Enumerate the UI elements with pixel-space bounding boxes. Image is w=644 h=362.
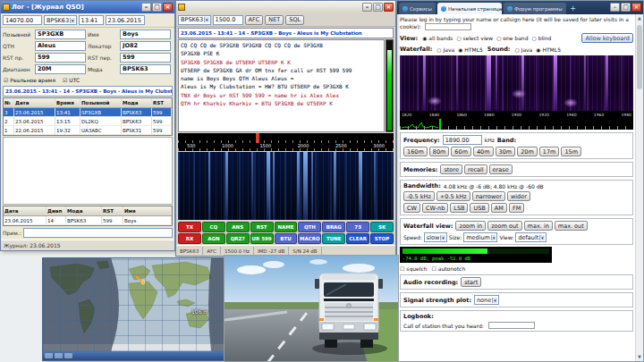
tab-home[interactable]: Начальная страница [437, 3, 502, 14]
afc-toggle[interactable]: AFC [245, 15, 264, 25]
minimize-button[interactable]: – [610, 3, 620, 12]
logger-titlebar[interactable]: Лог - [Журнал QSO] – □ × [1, 1, 174, 13]
band-button[interactable]: 15m [561, 147, 581, 156]
maximize-button[interactable]: □ [373, 3, 383, 12]
page-scrollbar[interactable]: ▲ ▼ [635, 14, 643, 361]
rx-text-area[interactable]: CQ CQ CQ de SP3GXB SP3GXB CQ CQ CQ de SP… [178, 39, 385, 132]
field-input[interactable]: Aleus [35, 41, 86, 51]
macro-button[interactable]: AGN [202, 233, 225, 244]
scroll-down-icon[interactable]: ▼ [636, 353, 643, 361]
table-row[interactable]: 23.06.201514BPSK63599Boys [4, 216, 172, 225]
frequency-input[interactable]: 1890.00 [443, 135, 482, 145]
column-header[interactable]: Время [55, 98, 80, 107]
column-header[interactable]: RST [152, 98, 172, 107]
waterfall-display[interactable] [178, 152, 394, 220]
logbook-call-input[interactable] [488, 322, 535, 329]
column-header[interactable]: Позывной [80, 98, 122, 107]
bandwidth-button[interactable]: +0.5 kHz [436, 191, 470, 201]
macro-button[interactable]: RST [250, 222, 274, 232]
zoom-button[interactable]: zoom out [487, 221, 521, 231]
digimode-mode-select[interactable]: BPSK63 [178, 15, 211, 25]
macro-button[interactable]: STOP [370, 233, 394, 244]
mode-button[interactable]: USB [470, 203, 488, 213]
zoom-button[interactable]: max. in [524, 221, 553, 231]
signal-plot-select[interactable]: none [474, 295, 499, 305]
band-button[interactable]: 20m [517, 147, 538, 156]
column-header[interactable]: № [4, 98, 14, 107]
option-checkbox[interactable]: ☑ Реальное время [4, 77, 55, 83]
map-tool-button[interactable] [64, 353, 72, 358]
zoom-button[interactable]: max. out [555, 221, 588, 231]
new-tab-button[interactable] [568, 4, 579, 14]
macro-button[interactable]: NAME [275, 222, 298, 232]
mode-select[interactable]: BPSK63 [44, 15, 77, 25]
tab-services[interactable]: Сервисы [399, 3, 436, 14]
macro-button[interactable]: QRZ? [226, 233, 250, 244]
field-input[interactable]: JO82 [120, 41, 171, 51]
record-start-button[interactable]: start [461, 277, 481, 287]
table-row[interactable]: 223.06.201513:15DL2KQBPSK63599 [4, 117, 172, 126]
band-button[interactable]: 160m [403, 147, 428, 156]
tuning-marker[interactable] [256, 133, 259, 143]
waterfall-radio[interactable]: ◉ HTML5 [458, 46, 483, 53]
select[interactable]: default [515, 232, 546, 242]
date-field[interactable]: 23.06.2015 [106, 15, 145, 25]
band-button[interactable]: 80m [429, 147, 450, 156]
minimize-button[interactable]: – [362, 3, 372, 12]
macro-button[interactable]: CLEAR [346, 233, 369, 244]
mode-button[interactable]: CW [403, 203, 420, 213]
meter-checkbox[interactable]: ☐ autonotch [431, 265, 465, 272]
mode-button[interactable]: LSB [450, 203, 468, 213]
macro-button[interactable]: MACRO [298, 233, 321, 244]
view-radio[interactable]: ○ blind [531, 35, 551, 41]
waterfall-radio[interactable]: ○ Java [436, 46, 454, 53]
callsign-input[interactable] [425, 23, 471, 30]
field-input[interactable]: 599 [35, 53, 86, 63]
band-button[interactable]: 40m [473, 147, 494, 156]
bandwidth-button[interactable]: wider [507, 191, 530, 201]
meter-checkbox[interactable]: ☐ squelch [400, 265, 427, 272]
column-header[interactable]: RST [102, 206, 123, 215]
macro-button[interactable]: 73 [346, 222, 369, 232]
view-radio[interactable]: ○ one band [496, 35, 528, 41]
audio-frequency-scale[interactable] [178, 133, 394, 143]
mode-button[interactable]: AM [491, 203, 507, 213]
maximize-button[interactable]: □ [152, 3, 162, 12]
digimode-titlebar[interactable]: – □ × [176, 1, 395, 13]
field-input[interactable]: Boys [120, 29, 171, 39]
scroll-up-icon[interactable]: ▲ [636, 14, 643, 22]
bandwidth-button[interactable]: narrower [472, 191, 505, 201]
table-row[interactable]: 122.06.201519:32UA3ABCBPSK31599 [4, 126, 172, 135]
option-checkbox[interactable]: ☑ UTC [63, 77, 80, 83]
sound-radio[interactable]: ◉ HTML5 [536, 46, 561, 53]
band-button[interactable]: 30m [496, 147, 516, 156]
column-header[interactable]: Мода [66, 206, 102, 215]
close-icon[interactable]: × [163, 3, 173, 12]
band-button[interactable]: 60m [451, 147, 471, 156]
frequency-input[interactable]: 14070.00 [3, 15, 42, 25]
field-input[interactable]: 20M [35, 64, 86, 74]
close-icon[interactable]: × [631, 3, 641, 12]
allow-keyboard-button[interactable]: Allow keyboard [581, 33, 633, 43]
macro-button[interactable]: QTH [298, 222, 321, 232]
band-button[interactable]: 17m [539, 147, 560, 156]
frequency-scale[interactable] [400, 119, 633, 130]
select[interactable]: slow [424, 232, 447, 242]
tab-forum[interactable]: Форум программы [504, 3, 566, 14]
sound-radio[interactable]: ○ Java [514, 46, 532, 53]
table-row[interactable]: 323.06.201513:41SP3GXBBPSK63599 [4, 108, 172, 117]
mode-button[interactable]: CW-nb [422, 203, 448, 213]
map-area[interactable]: 106 m [43, 258, 228, 351]
select[interactable]: medium [463, 232, 497, 242]
macro-button[interactable]: SK [370, 222, 394, 232]
scrollbar-thumb[interactable] [637, 25, 642, 89]
audio-frequency-input[interactable]: 1500.0 [213, 15, 243, 25]
macro-button[interactable]: RX [178, 233, 201, 244]
note-input[interactable] [23, 228, 173, 238]
macro-button[interactable]: TX [178, 222, 201, 232]
bandwidth-button[interactable]: -0.5 kHz [403, 191, 435, 201]
map-tool-button[interactable] [45, 353, 53, 358]
view-radio[interactable]: ○ select view [456, 35, 493, 41]
field-input[interactable]: 599 [120, 53, 171, 63]
macro-button[interactable]: TUNE [322, 233, 345, 244]
